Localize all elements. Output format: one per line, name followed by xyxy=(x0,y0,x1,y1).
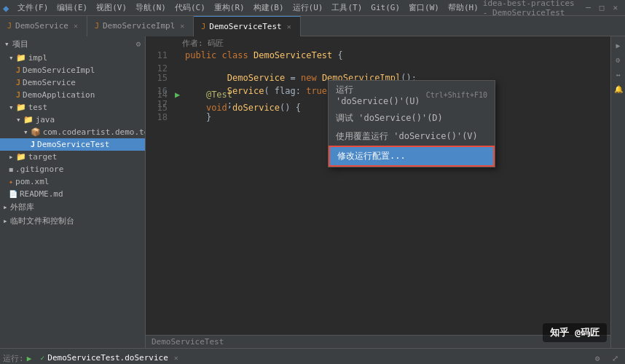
java-file-icon: J xyxy=(7,22,12,30)
code-editor[interactable]: 作者: 码匠 11 public class DemoServiceTest {… xyxy=(146,36,610,348)
chevron-down-icon: ▾ xyxy=(9,53,14,63)
chevron-down-icon-3: ▾ xyxy=(16,115,21,124)
code-line-11: 11 public class DemoServiceTest { xyxy=(146,50,610,63)
bottom-tab-bar: 运行: ▶ ✓ DemoServiceTest.doService ✕ ⚙ ⤢ xyxy=(0,349,625,364)
sidebar-item-readme[interactable]: 📄 README.md xyxy=(0,188,145,200)
tab-demoservice[interactable]: J DemoService ✕ xyxy=(0,16,87,36)
sidebar-item-gitignore[interactable]: ◼ .gitignore xyxy=(0,163,145,175)
sidebar-item-libraries[interactable]: ▸ 外部库 xyxy=(0,200,145,214)
bottom-panel: 运行: ▶ ✓ DemoServiceTest.doService ✕ ⚙ ⤢ … xyxy=(0,348,625,364)
project-label: 项目 xyxy=(12,39,28,50)
menu-git[interactable]: Git(G) xyxy=(366,3,404,12)
right-icon-3[interactable]: ↔ xyxy=(613,68,624,80)
java-icon: J xyxy=(16,66,20,74)
maximize-btn[interactable]: □ xyxy=(595,3,609,12)
close-btn[interactable]: ✕ xyxy=(608,3,622,12)
menu-bar: ◆ 文件(F) 编辑(E) 视图(V) 导航(N) 代码(C) 重构(R) 构建… xyxy=(0,0,625,16)
menu-file[interactable]: 文件(F) xyxy=(13,2,52,13)
tab-close-demoserviceimpl[interactable]: ✕ xyxy=(178,22,186,30)
tab-demoservicetest[interactable]: J DemoServiceTest ✕ xyxy=(194,16,300,36)
sidebar-item-impl[interactable]: ▾ 📁 impl xyxy=(0,52,145,64)
project-sidebar: ▾ 项目 ⚙ ▾ 📁 impl J DemoServiceImpl J Demo… xyxy=(0,36,146,348)
app-icon: ◆ xyxy=(3,2,9,14)
check-icon: ✓ xyxy=(40,354,44,362)
menu-navigate[interactable]: 导航(N) xyxy=(131,2,170,13)
chevron-down-icon-2: ▾ xyxy=(9,103,14,112)
chevron-down-icon-4: ▾ xyxy=(23,127,28,137)
project-header: ▾ 项目 ⚙ xyxy=(0,36,145,52)
sidebar-item-test[interactable]: ▾ 📁 test xyxy=(0,101,145,114)
chevron-down-icon: ▾ xyxy=(4,39,9,49)
window-title: idea-best-practices - DemoServiceTest xyxy=(483,0,581,17)
right-icon-4[interactable]: 🔔 xyxy=(613,83,624,95)
settings-btn[interactable]: ⚙ xyxy=(590,352,605,365)
folder-icon-4: 📁 xyxy=(16,152,26,162)
menu-run[interactable]: 运行(U) xyxy=(288,2,328,13)
git-icon: ◼ xyxy=(9,165,13,173)
sidebar-item-target[interactable]: ▸ 📁 target xyxy=(0,151,145,163)
right-icon-1[interactable]: ▶ xyxy=(613,39,624,51)
ctx-debug[interactable]: 调试 'doService()'(D) xyxy=(329,109,495,127)
menu-edit[interactable]: 编辑(E) xyxy=(52,2,92,13)
java-file-icon-2: J xyxy=(95,22,99,30)
java-icon-4: J xyxy=(31,141,35,149)
menu-help[interactable]: 帮助(H) xyxy=(444,2,483,13)
chevron-right-icon: ▸ xyxy=(9,152,14,162)
minimize-btn[interactable]: ─ xyxy=(581,3,595,12)
author-comment: 作者: 码匠 xyxy=(146,36,610,50)
tab-close-demoservicetest[interactable]: ✕ xyxy=(286,23,293,31)
sidebar-item-demoserviceimpl[interactable]: J DemoServiceImpl xyxy=(0,64,145,76)
ctx-modify-config[interactable]: 修改运行配置... xyxy=(329,146,495,167)
expand-btn[interactable]: ⤢ xyxy=(608,352,622,365)
folder-icon: 📁 xyxy=(16,53,26,63)
right-sidebar: ▶ ⚙ ↔ 🔔 xyxy=(610,36,625,348)
sidebar-item-scratches[interactable]: ▸ 临时文件和控制台 xyxy=(0,214,145,228)
sidebar-item-demoservice[interactable]: J DemoService xyxy=(0,76,145,89)
chevron-right-icon-2: ▸ xyxy=(3,202,8,212)
xml-icon: ✦ xyxy=(9,178,13,186)
run-label: 运行: xyxy=(3,353,24,364)
right-icon-2[interactable]: ⚙ xyxy=(613,54,624,66)
folder-icon-3: 📁 xyxy=(23,115,34,124)
java-icon-2: J xyxy=(16,79,20,87)
sidebar-item-demoservicetest[interactable]: J DemoServiceTest xyxy=(0,138,145,151)
main-layout: ▾ 项目 ⚙ ▾ 📁 impl J DemoServiceImpl J Demo… xyxy=(0,36,625,348)
menu-tools[interactable]: 工具(T) xyxy=(327,2,366,13)
ctx-run-coverage[interactable]: 使用覆盖运行 'doService()'(V) xyxy=(329,127,495,146)
tab-close-bottom[interactable]: ✕ xyxy=(174,354,178,362)
sidebar-item-java[interactable]: ▾ 📁 java xyxy=(0,114,145,126)
chevron-right-icon-3: ▸ xyxy=(3,216,8,226)
ctx-run[interactable]: 运行 'doService()'(U) Ctrl+Shift+F10 xyxy=(329,81,495,109)
menu-view[interactable]: 视图(V) xyxy=(92,2,131,13)
bottom-toolbar: ⚙ ⤢ xyxy=(590,352,622,365)
bottom-tab-test[interactable]: ✓ DemoServiceTest.doService ✕ xyxy=(34,349,184,365)
folder-icon-2: 📁 xyxy=(16,103,26,112)
tab-close-demoservice[interactable]: ✕ xyxy=(72,22,79,30)
java-file-icon-3: J xyxy=(201,23,205,31)
file-icon: 📄 xyxy=(9,190,17,198)
sidebar-item-demoapplication[interactable]: J DemoApplication xyxy=(0,89,145,101)
menu-window[interactable]: 窗口(W) xyxy=(404,2,444,13)
gear-icon[interactable]: ⚙ xyxy=(135,39,141,49)
sidebar-item-package[interactable]: ▾ 📦 com.codeartist.demo.test xyxy=(0,126,145,138)
tab-demoserviceimpl[interactable]: J DemoServiceImpl ✕ xyxy=(87,16,194,36)
sidebar-item-pomxml[interactable]: ✦ pom.xml xyxy=(0,175,145,188)
editor-breadcrumb: DemoServiceTest xyxy=(146,335,610,348)
menu-code[interactable]: 代码(C) xyxy=(170,2,210,13)
context-menu: 运行 'doService()'(U) Ctrl+Shift+F10 调试 'd… xyxy=(328,80,495,167)
java-icon-3: J xyxy=(16,91,20,99)
menu-build[interactable]: 构建(B) xyxy=(249,2,288,13)
run-icon[interactable]: ▶ xyxy=(27,354,32,363)
package-icon: 📦 xyxy=(31,127,41,137)
editor-tab-bar: J DemoService ✕ J DemoServiceImpl ✕ J De… xyxy=(0,16,625,36)
menu-refactor[interactable]: 重构(R) xyxy=(210,2,249,13)
